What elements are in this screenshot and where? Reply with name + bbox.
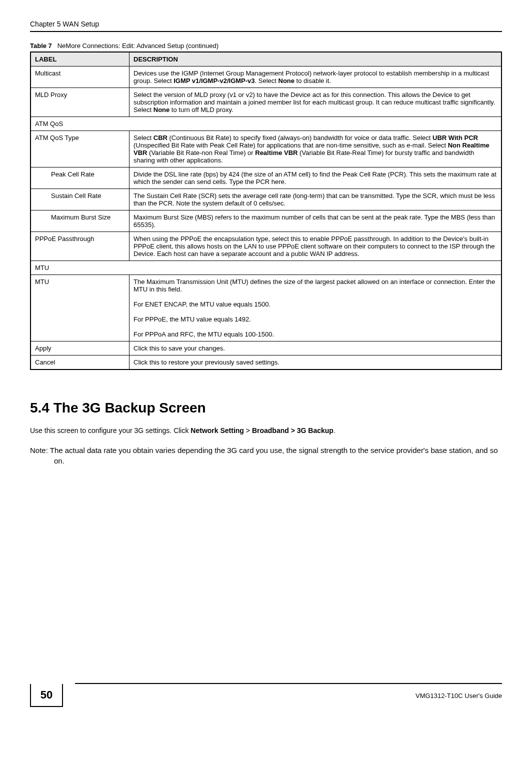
cell-label: MTU <box>30 275 130 342</box>
table-caption-text: NeMore Connections: Edit: Advanced Setup… <box>58 42 218 50</box>
table-caption: Table 7 NeMore Connections: Edit: Advanc… <box>30 42 502 50</box>
cell-desc: Click this to save your changes. <box>130 342 502 356</box>
cell-desc: When using the PPPoE the encapsulation t… <box>130 232 502 261</box>
row-peak-cell-rate: Peak Cell Rate Divide the DSL line rate … <box>30 168 502 189</box>
cell-label: ATM QoS Type <box>30 131 130 168</box>
cell-desc: Select CBR (Continuous Bit Rate) to spec… <box>130 131 502 168</box>
cell-label: Cancel <box>30 356 130 370</box>
row-sustain-cell-rate: Sustain Cell Rate The Sustain Cell Rate … <box>30 189 502 210</box>
row-mtu: MTU The Maximum Transmission Unit (MTU) … <box>30 275 502 342</box>
row-atm-qos-section: ATM QoS <box>30 117 502 131</box>
col-label: LABEL <box>30 52 130 66</box>
section-cell: MTU <box>30 261 502 275</box>
cell-label: Sustain Cell Rate <box>30 189 130 210</box>
page-number: 50 <box>30 684 63 707</box>
guide-name: VMG1312-T10C User's Guide <box>416 692 502 700</box>
row-atm-qos-type: ATM QoS Type Select CBR (Continuous Bit … <box>30 131 502 168</box>
page-footer: 50 VMG1312-T10C User's Guide <box>0 683 532 707</box>
cell-label: Maximum Burst Size <box>30 210 130 232</box>
cell-label: Multicast <box>30 66 130 88</box>
cell-desc: Maximum Burst Size (MBS) refers to the m… <box>130 210 502 232</box>
section-body: Use this screen to configure your 3G set… <box>30 426 502 436</box>
section-cell: ATM QoS <box>30 117 502 131</box>
row-max-burst-size: Maximum Burst Size Maximum Burst Size (M… <box>30 210 502 232</box>
chapter-title: Chapter 5 WAN Setup <box>30 20 99 28</box>
row-cancel: Cancel Click this to restore your previo… <box>30 356 502 370</box>
cell-label: Peak Cell Rate <box>30 168 130 189</box>
cell-label: MLD Proxy <box>30 88 130 117</box>
cell-desc: Select the version of MLD proxy (v1 or v… <box>130 88 502 117</box>
section-title: 5.4 The 3G Backup Screen <box>30 400 502 416</box>
table-number: Table 7 <box>30 42 52 50</box>
cell-desc: Devices use the IGMP (Internet Group Man… <box>130 66 502 88</box>
cell-desc: Divide the DSL line rate (bps) by 424 (t… <box>130 168 502 189</box>
cell-label: PPPoE Passthrough <box>30 232 130 261</box>
row-apply: Apply Click this to save your changes. <box>30 342 502 356</box>
cell-desc: The Maximum Transmission Unit (MTU) defi… <box>130 275 502 342</box>
page-header: Chapter 5 WAN Setup <box>30 20 502 32</box>
section-note: Note: The actual data rate you obtain va… <box>30 445 502 466</box>
cell-label: Apply <box>30 342 130 356</box>
col-description: DESCRIPTION <box>130 52 502 66</box>
advanced-setup-table: LABEL DESCRIPTION Multicast Devices use … <box>30 52 502 370</box>
cell-desc: Click this to restore your previously sa… <box>130 356 502 370</box>
row-mtu-section: MTU <box>30 261 502 275</box>
row-mld-proxy: MLD Proxy Select the version of MLD prox… <box>30 88 502 117</box>
row-pppoe-passthrough: PPPoE Passthrough When using the PPPoE t… <box>30 232 502 261</box>
row-multicast: Multicast Devices use the IGMP (Internet… <box>30 66 502 88</box>
cell-desc: The Sustain Cell Rate (SCR) sets the ave… <box>130 189 502 210</box>
